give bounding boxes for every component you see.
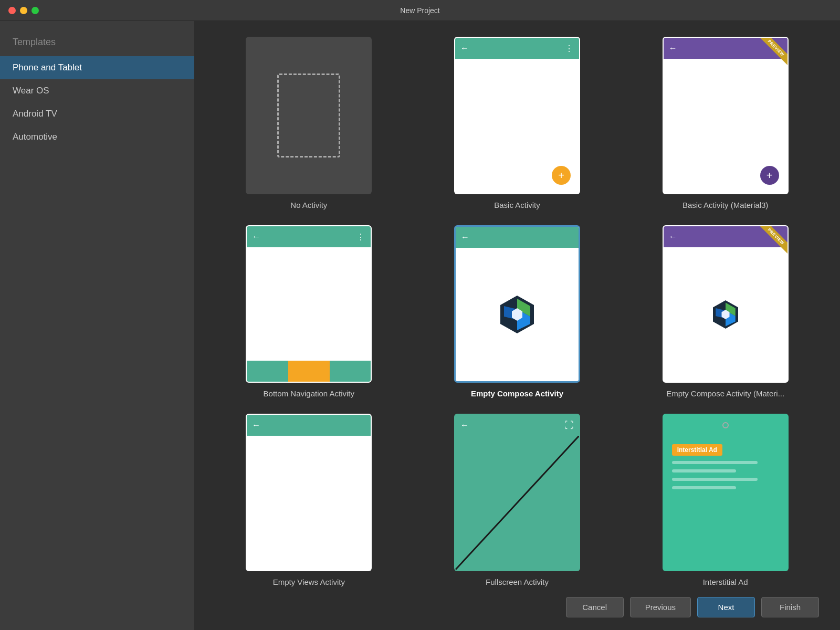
template-empty-compose-material[interactable]: ← Empty Compose Activity [632,225,819,398]
bottom-bar: Cancel Previous Next Finish [194,589,840,630]
toolbar-empty: ← [247,415,371,436]
template-no-activity[interactable]: No Activity [215,37,403,209]
template-label-empty-activity: Empty Views Activity [273,578,345,586]
sidebar-item-phone-tablet[interactable]: Phone and Tablet [0,56,194,79]
toolbar-basic: ← ⋮ [455,38,579,59]
interstitial-top-bar [664,415,788,436]
interstitial-ad-badge: Interstitial Ad [672,444,722,456]
back-arrow-icon: ← [252,232,260,242]
bottom-nav-bar [247,361,371,382]
back-arrow-icon: ← [669,232,677,242]
template-label-bottom-nav: Bottom Navigation Activity [264,389,354,398]
back-arrow-icon: ← [252,421,260,430]
compose-hex-icon [496,293,538,335]
interstitial-line-1 [672,461,758,464]
thumbnail-bottom-nav: ← ⋮ [246,225,372,383]
content-material3: + [664,59,788,193]
template-label-no-activity: No Activity [290,201,327,209]
title-bar: New Project [0,0,840,21]
expand-icon: ⛶ [564,420,574,431]
main-container: Templates Phone and Tablet Wear OS Andro… [0,21,840,630]
diagonal-line-svg [455,436,579,570]
thumbnail-fullscreen: ← ⛶ [454,414,580,571]
minimize-button[interactable] [20,7,27,14]
template-label-fullscreen: Fullscreen Activity [486,578,549,586]
template-empty-activity[interactable]: ← Empty Views Activity [215,414,403,586]
interstitial-line-3 [672,478,758,481]
compose-logo-area [456,248,579,381]
template-basic-material3[interactable]: ← ⋮ + Basic Activity (Material3) [632,37,819,209]
thumbnail-no-activity [246,37,372,194]
previous-button[interactable]: Previous [630,597,691,617]
back-arrow-icon: ← [460,421,469,430]
thumbnail-basic-activity: ← ⋮ + [454,37,580,194]
content-bottom-nav [247,247,371,361]
toolbar-compose: ← [456,227,579,248]
fab-basic: + [552,166,571,185]
template-label-basic-material3: Basic Activity (Material3) [682,201,768,209]
template-label-empty-compose-material: Empty Compose Activity (Materi... [666,389,784,398]
thumbnail-interstitial-ad: Interstitial Ad [663,414,789,571]
bottom-tab-1 [247,361,288,382]
fab-material3: + [760,166,779,185]
sidebar-title: Templates [0,32,194,56]
traffic-lights [8,7,39,14]
maximize-button[interactable] [32,7,39,14]
content-basic: + [455,59,579,193]
back-arrow-icon: ← [460,44,469,53]
toolbar-bottom-nav: ← ⋮ [247,226,371,247]
content-fullscreen [455,436,579,570]
template-fullscreen[interactable]: ← ⛶ Fullscreen Activity [424,414,611,586]
content-empty [247,436,371,570]
finish-button[interactable]: Finish [761,597,819,617]
bottom-tab-2 [288,361,330,382]
preview-badge-compose-material [756,226,788,258]
svg-line-10 [455,436,579,570]
window-title: New Project [400,6,439,15]
menu-dots-icon: ⋮ [356,232,365,242]
interstitial-body: Interstitial Ad [664,436,788,570]
interstitial-dot-icon [722,422,729,428]
thumbnail-empty-compose-material: ← [663,225,789,383]
dashed-rect [277,74,340,158]
thumbnail-empty-activity: ← [246,414,372,571]
template-basic-activity[interactable]: ← ⋮ + Basic Activity [424,37,611,209]
template-empty-compose[interactable]: ← [424,225,611,398]
interstitial-line-4 [672,486,736,489]
toolbar-fullscreen: ← ⛶ [455,415,579,436]
content-area: No Activity ← ⋮ + Basic Activity [194,21,840,589]
templates-grid: No Activity ← ⋮ + Basic Activity [215,37,819,586]
sidebar-item-wear-os[interactable]: Wear OS [0,79,194,102]
template-label-basic-activity: Basic Activity [494,201,540,209]
thumbnail-basic-material3: ← ⋮ + [663,37,789,194]
thumbnail-empty-compose: ← [454,225,580,383]
back-arrow-icon: ← [461,233,469,242]
template-bottom-nav[interactable]: ← ⋮ Bottom Navigation Activity [215,225,403,398]
close-button[interactable] [8,7,16,14]
interstitial-line-2 [672,469,736,472]
sidebar: Templates Phone and Tablet Wear OS Andro… [0,21,194,630]
sidebar-item-android-tv[interactable]: Android TV [0,102,194,125]
bottom-tab-3 [330,361,371,382]
template-label-interstitial-ad: Interstitial Ad [703,578,748,586]
sidebar-item-automotive[interactable]: Automotive [0,125,194,149]
back-arrow-icon: ← [669,44,677,53]
menu-dots-icon: ⋮ [565,44,574,54]
compose-logo-area-material [664,247,788,382]
next-button[interactable]: Next [697,597,755,617]
preview-badge [756,38,788,69]
compose-hex-icon-material [710,299,741,330]
cancel-button[interactable]: Cancel [566,597,624,617]
template-label-empty-compose: Empty Compose Activity [471,389,563,398]
template-interstitial-ad[interactable]: Interstitial Ad Interstitial Ad [632,414,819,586]
